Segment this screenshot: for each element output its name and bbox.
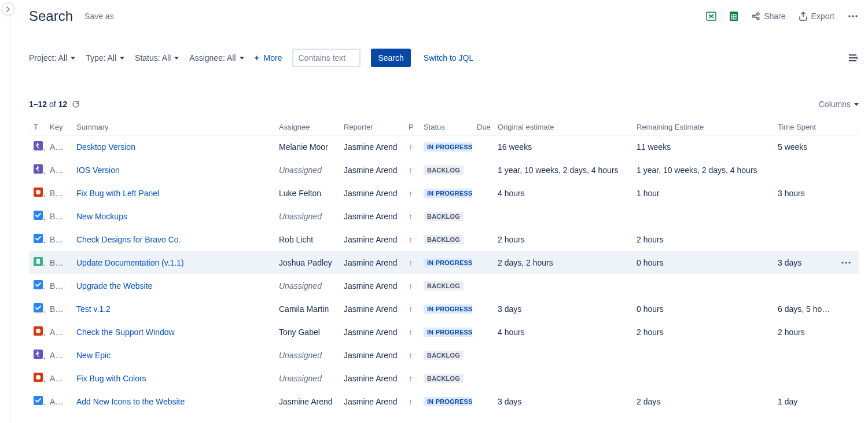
status-filter[interactable]: Status: All xyxy=(135,53,179,62)
col-reporter[interactable]: Reporter xyxy=(339,119,404,135)
issue-key[interactable]: BP-6 xyxy=(45,182,72,205)
text-search-input[interactable] xyxy=(292,49,361,67)
due-cell xyxy=(472,274,493,297)
save-as-link[interactable]: Save as xyxy=(84,12,114,21)
issue-key[interactable]: AP-3 xyxy=(45,344,72,367)
more-label: More xyxy=(264,53,282,62)
priority-cell: ↑ xyxy=(404,251,419,274)
issue-key[interactable]: AP-1 xyxy=(45,390,72,413)
remain-estimate-cell: 0 hours xyxy=(632,251,773,274)
issue-summary-link[interactable]: Test v.1.2 xyxy=(76,304,111,314)
more-filters-button[interactable]: + More xyxy=(255,53,282,62)
issue-type-icon xyxy=(34,373,43,382)
issue-type-icon xyxy=(34,187,43,197)
issue-key[interactable]: AP-2 xyxy=(45,367,72,390)
col-type[interactable]: T xyxy=(29,119,45,135)
issue-summary-link[interactable]: Add New Icons to the Website xyxy=(76,397,185,406)
timespent-cell xyxy=(773,228,836,251)
assignee-cell: Unassigned xyxy=(274,274,339,297)
priority-up-icon: ↑ xyxy=(409,351,413,360)
orig-estimate-cell xyxy=(493,274,632,297)
table-row[interactable]: AP-2Fix Bug with ColorsUnassignedJasmine… xyxy=(29,367,859,390)
table-row[interactable]: AP-4Check the Support WindowTony GabelJa… xyxy=(29,321,859,344)
type-filter[interactable]: Type: All xyxy=(86,53,124,62)
status-badge[interactable]: IN PROGRESS xyxy=(424,189,472,198)
more-menu-button[interactable] xyxy=(847,10,859,22)
table-row[interactable]: BP-6Fix Bug with Left PanelLuke FeltonJa… xyxy=(29,182,859,205)
col-assignee[interactable]: Assignee xyxy=(274,119,339,135)
issue-summary-link[interactable]: Upgrade the Website xyxy=(76,281,152,290)
export-button[interactable]: Export xyxy=(799,12,834,21)
issue-key[interactable]: AP-6 xyxy=(45,135,72,159)
issue-key[interactable]: BP-3 xyxy=(45,251,72,274)
svg-point-38 xyxy=(841,262,843,263)
col-status[interactable]: Status xyxy=(419,119,472,135)
table-row[interactable]: AP-1Add New Icons to the WebsiteJasmine … xyxy=(29,390,859,413)
table-row[interactable]: AP-6Desktop VersionMelanie MoorJasmine A… xyxy=(29,135,859,159)
due-cell xyxy=(472,344,493,367)
issue-key[interactable]: AP-4 xyxy=(45,321,72,344)
switch-to-jql-link[interactable]: Switch to JQL xyxy=(424,53,473,62)
status-badge[interactable]: BACKLOG xyxy=(424,165,464,175)
status-badge[interactable]: BACKLOG xyxy=(424,235,464,244)
view-toggle-button[interactable] xyxy=(848,54,859,62)
col-key[interactable]: Key xyxy=(45,119,72,135)
table-row[interactable]: BP-1Test v.1.2Camila MartinJasmine Arend… xyxy=(29,297,859,321)
table-row[interactable]: BP-3Update Documentation (v.1.1)Joshua P… xyxy=(29,251,859,274)
expand-sidebar-button[interactable] xyxy=(2,3,14,15)
issue-summary-link[interactable]: Check the Support Window xyxy=(76,328,175,337)
issue-summary-link[interactable]: IOS Version xyxy=(76,165,120,175)
issue-summary-link[interactable]: New Mockups xyxy=(76,212,127,221)
issue-summary-link[interactable]: New Epic xyxy=(76,351,111,360)
status-badge[interactable]: BACKLOG xyxy=(424,212,464,221)
assignee-filter[interactable]: Assignee: All xyxy=(189,53,244,62)
google-sheets-icon[interactable] xyxy=(729,11,738,21)
col-due[interactable]: Due xyxy=(472,119,493,135)
issue-summary-link[interactable]: Check Designs for Bravo Co. xyxy=(76,235,181,244)
issue-key[interactable]: AP-5 xyxy=(45,159,72,182)
status-badge[interactable]: IN PROGRESS xyxy=(424,258,472,267)
status-badge[interactable]: BACKLOG xyxy=(424,281,464,290)
status-badge[interactable]: IN PROGRESS xyxy=(424,328,472,337)
col-summary[interactable]: Summary xyxy=(72,119,274,135)
issue-summary-link[interactable]: Fix Bug with Left Panel xyxy=(76,189,159,198)
priority-cell: ↑ xyxy=(404,297,419,321)
status-badge[interactable]: IN PROGRESS xyxy=(424,142,472,152)
status-badge[interactable]: BACKLOG xyxy=(424,374,464,383)
col-priority[interactable]: P xyxy=(404,119,419,135)
refresh-button[interactable] xyxy=(72,100,80,108)
col-orig[interactable]: Original estimate xyxy=(493,119,632,135)
columns-button[interactable]: Columns xyxy=(819,100,859,109)
assignee-cell: Joshua Padley xyxy=(274,251,339,274)
issue-summary-link[interactable]: Desktop Version xyxy=(76,142,135,152)
table-row[interactable]: BP-4Check Designs for Bravo Co.Rob Licht… xyxy=(29,228,859,251)
reporter-cell: Jasmine Arend xyxy=(339,205,404,228)
issue-summary-link[interactable]: Update Documentation (v.1.1) xyxy=(76,258,184,267)
issue-key[interactable]: BP-4 xyxy=(45,228,72,251)
col-remain[interactable]: Remaining Estimate xyxy=(632,119,773,135)
status-badge[interactable]: IN PROGRESS xyxy=(424,397,472,406)
status-badge[interactable]: IN PROGRESS xyxy=(424,304,472,314)
issue-key[interactable]: BP-5 xyxy=(45,205,72,228)
table-row[interactable]: AP-3New EpicUnassignedJasmine Arend↑BACK… xyxy=(29,344,859,367)
table-row[interactable]: AP-5IOS VersionUnassignedJasmine Arend↑B… xyxy=(29,159,859,182)
issue-key[interactable]: BP-1 xyxy=(45,297,72,321)
priority-cell: ↑ xyxy=(404,159,419,182)
search-button[interactable]: Search xyxy=(371,49,410,67)
table-row[interactable]: BP-2Upgrade the WebsiteUnassignedJasmine… xyxy=(29,274,859,297)
project-filter[interactable]: Project: All xyxy=(29,53,75,62)
chevron-down-icon xyxy=(71,57,75,60)
row-actions-button[interactable] xyxy=(836,251,859,274)
assignee-cell: Melanie Moor xyxy=(274,135,339,159)
issue-key[interactable]: BP-2 xyxy=(45,274,72,297)
remain-estimate-cell: 1 hour xyxy=(632,182,773,205)
excel-export-icon[interactable] xyxy=(706,11,716,21)
orig-estimate-cell: 16 weeks xyxy=(493,135,632,159)
issue-summary-link[interactable]: Fix Bug with Colors xyxy=(76,374,146,383)
share-button[interactable]: Share xyxy=(751,12,785,21)
orig-estimate-cell xyxy=(493,367,632,390)
status-badge[interactable]: BACKLOG xyxy=(424,351,464,360)
col-spent[interactable]: Time Spent xyxy=(773,119,836,135)
table-row[interactable]: BP-5New MockupsUnassignedJasmine Arend↑B… xyxy=(29,205,859,228)
reporter-cell: Jasmine Arend xyxy=(339,251,404,274)
